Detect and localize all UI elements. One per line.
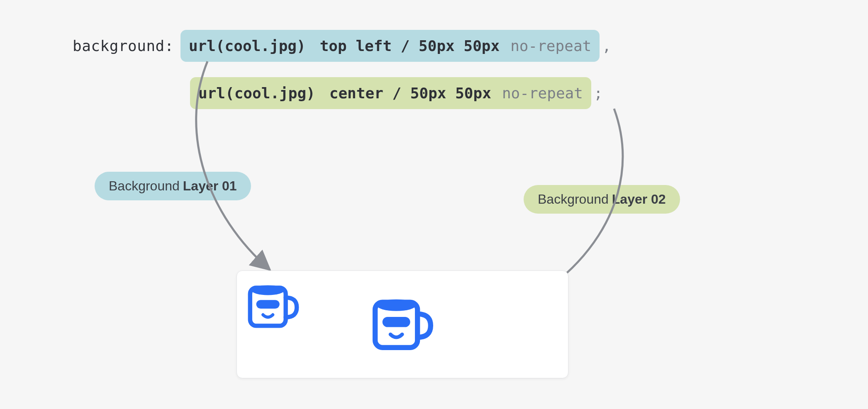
layer-1-label-prefix: Background [109, 178, 180, 194]
svg-rect-5 [383, 317, 410, 327]
code-repeat-2: no-repeat [502, 85, 583, 102]
mug-icon [243, 277, 304, 338]
code-semicolon: ; [594, 85, 603, 102]
preview-box [237, 270, 568, 378]
code-position-2: center / 50px 50px [329, 85, 491, 102]
highlight-layer-2: url(cool.jpg) center / 50px 50px no-repe… [190, 77, 591, 109]
code-url-2: url(cool.jpg) [198, 85, 315, 102]
svg-rect-2 [256, 300, 280, 309]
code-repeat-1: no-repeat [510, 37, 591, 54]
layer-1-label: Background Layer 01 [95, 172, 251, 200]
svg-point-1 [251, 285, 285, 295]
highlight-layer-1: url(cool.jpg) top left / 50px 50px no-re… [180, 30, 600, 62]
layer-2-label-bold: Layer 02 [612, 192, 666, 207]
mug-icon [366, 289, 439, 362]
code-line-2: url(cool.jpg) center / 50px 50px no-repe… [190, 77, 603, 109]
svg-point-4 [377, 299, 416, 311]
layer-2-label: Background Layer 02 [524, 185, 680, 214]
code-comma: , [602, 37, 611, 54]
layer-1-label-bold: Layer 01 [183, 178, 237, 194]
code-url-1: url(cool.jpg) [189, 37, 306, 54]
css-property: background: [73, 37, 174, 54]
code-position-1: top left / 50px 50px [320, 37, 500, 54]
layer-2-label-prefix: Background [538, 192, 609, 207]
code-line-1: background: url(cool.jpg) top left / 50p… [73, 30, 611, 62]
